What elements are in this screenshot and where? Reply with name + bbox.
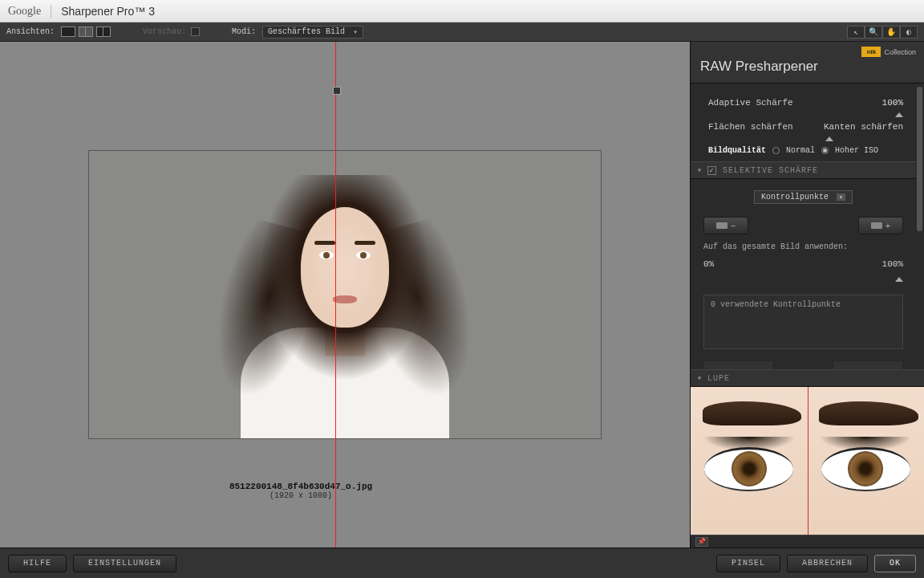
footer: HILFE EINSTELLUNGEN PINSEL ABBRECHEN OK	[0, 547, 924, 578]
nik-logo-icon: nik	[861, 47, 881, 57]
selective-section-header[interactable]: ▾ ✓ SELEKTIVE SCHÄRFE	[691, 161, 916, 179]
sidebar-scroll: Adaptive Schärfe 100% Flächen schärfen K…	[691, 83, 924, 369]
areas-label: Flächen schärfen	[708, 122, 793, 132]
view-side-button[interactable]	[96, 26, 111, 37]
preview-label: Vorschau:	[143, 27, 186, 36]
chevron-down-icon: ▾	[837, 193, 845, 201]
quality-normal-radio[interactable]	[772, 147, 780, 154]
split-handle[interactable]	[333, 87, 341, 95]
preview-image[interactable]	[88, 150, 602, 439]
main: 8512200148_8f4b630d47_o.jpg (1920 x 1080…	[0, 42, 924, 547]
chevron-down-icon: ▾	[353, 27, 358, 37]
lupe-pin-button[interactable]: 📌	[695, 537, 708, 547]
brush-button[interactable]: PINSEL	[716, 555, 780, 572]
apply-slider[interactable]	[703, 277, 903, 283]
duplicate-button[interactable]	[703, 360, 774, 369]
filename-block: 8512200148_8f4b630d47_o.jpg (1920 x 1080…	[0, 482, 690, 500]
chevron-down-icon: ▾	[697, 373, 703, 383]
zoom-tool[interactable]: 🔍	[865, 26, 882, 39]
quality-highiso-radio[interactable]	[821, 147, 829, 154]
lupe-divider	[808, 387, 808, 535]
app-title: Sharpener Pro™ 3	[61, 5, 155, 18]
adaptive-value: 100%	[882, 98, 903, 108]
view-split-button[interactable]	[79, 26, 93, 37]
filename-label: 8512200148_8f4b630d47_o.jpg	[0, 482, 602, 491]
sidebar-title: RAW Presharpener	[700, 59, 914, 75]
quality-label: Bildqualität	[708, 146, 766, 155]
chevron-down-icon: ▾	[697, 165, 703, 175]
toolbar: Ansichten: Vorschau: Modi: Geschärftes B…	[0, 22, 924, 42]
lupe-preview[interactable]	[691, 387, 924, 535]
control-point-icon	[716, 222, 727, 229]
selective-title: SELEKTIVE SCHÄRFE	[723, 166, 818, 175]
selective-checkbox[interactable]: ✓	[707, 166, 716, 175]
add-control-point-button[interactable]: +	[858, 217, 903, 234]
delete-button[interactable]	[833, 360, 903, 369]
view-single-button[interactable]	[61, 26, 75, 37]
control-point-icon	[871, 222, 882, 229]
titlebar-separator	[51, 5, 51, 18]
app-window: Google Sharpener Pro™ 3 Ansichten: Vorsc…	[0, 0, 924, 578]
quality-normal-label: Normal	[786, 146, 815, 155]
lupe-footer: 📌	[691, 535, 924, 547]
split-divider[interactable]	[335, 42, 336, 547]
nik-collection-label: Collection	[884, 48, 916, 56]
remove-control-point-button[interactable]: −	[703, 217, 748, 234]
selective-panel: Kontrollpunkte ▾ − + Auf das gesamte Bil…	[691, 179, 916, 369]
titlebar: Google Sharpener Pro™ 3	[0, 0, 924, 22]
nik-badge: nik Collection	[861, 47, 916, 57]
sharpening-panel: Adaptive Schärfe 100% Flächen schärfen K…	[691, 83, 916, 161]
help-button[interactable]: HILFE	[8, 555, 67, 572]
lupe-title: LUPE	[707, 374, 730, 383]
background-tool[interactable]: ◐	[900, 26, 918, 39]
views-label: Ansichten:	[6, 27, 55, 36]
quality-row: Bildqualität Normal Hoher ISO	[708, 146, 903, 155]
control-points-dropdown[interactable]: Kontrollpunkte ▾	[754, 190, 853, 204]
ok-button[interactable]: OK	[874, 555, 916, 572]
apply-label: Auf das gesamte Bild anwenden:	[703, 242, 903, 251]
control-points-label: Kontrollpunkte	[761, 193, 829, 201]
control-point-buttons: − +	[703, 217, 903, 234]
pan-tool[interactable]: ✋	[882, 26, 900, 39]
areas-edges-slider[interactable]	[708, 136, 903, 143]
canvas-area[interactable]: 8512200148_8f4b630d47_o.jpg (1920 x 1080…	[0, 42, 690, 547]
adaptive-slider[interactable]	[708, 112, 903, 119]
edges-label: Kanten schärfen	[824, 122, 903, 132]
sidebar: nik Collection RAW Presharpener Adaptive…	[690, 42, 924, 547]
apply-range: 0% 100%	[703, 259, 903, 269]
google-logo: Google	[8, 5, 41, 18]
toolbar-right: ↖ 🔍 ✋ ◐	[847, 26, 918, 39]
mode-group: Modi: Geschärftes Bild ▾	[232, 26, 363, 39]
mode-dropdown[interactable]: Geschärftes Bild ▾	[262, 26, 363, 39]
lupe-section-header[interactable]: ▾ LUPE	[691, 369, 924, 387]
mode-label: Modi:	[232, 27, 256, 36]
scrollbar[interactable]	[917, 87, 922, 231]
settings-button[interactable]: EINSTELLUNGEN	[73, 555, 176, 572]
mode-value: Geschärftes Bild	[268, 27, 345, 36]
control-points-list: 0 verwendete Kontrollpunkte	[703, 295, 903, 349]
preview-checkbox[interactable]	[191, 27, 200, 36]
cp-action-buttons	[703, 360, 903, 369]
dimensions-label: (1920 x 1080)	[0, 491, 602, 500]
plus-icon: +	[886, 221, 890, 230]
adaptive-label: Adaptive Schärfe	[708, 98, 793, 108]
preview-group: Vorschau:	[143, 27, 200, 36]
apply-max: 100%	[882, 259, 903, 269]
sidebar-header: nik Collection RAW Presharpener	[691, 42, 924, 83]
quality-highiso-label: Hoher ISO	[835, 146, 878, 155]
points-used-label: 0 verwendete Kontrollpunkte	[711, 300, 841, 309]
cancel-button[interactable]: ABBRECHEN	[787, 555, 868, 572]
view-buttons	[61, 26, 111, 37]
pointer-tool[interactable]: ↖	[847, 26, 865, 39]
minus-icon: −	[731, 221, 736, 230]
apply-min: 0%	[703, 259, 714, 269]
